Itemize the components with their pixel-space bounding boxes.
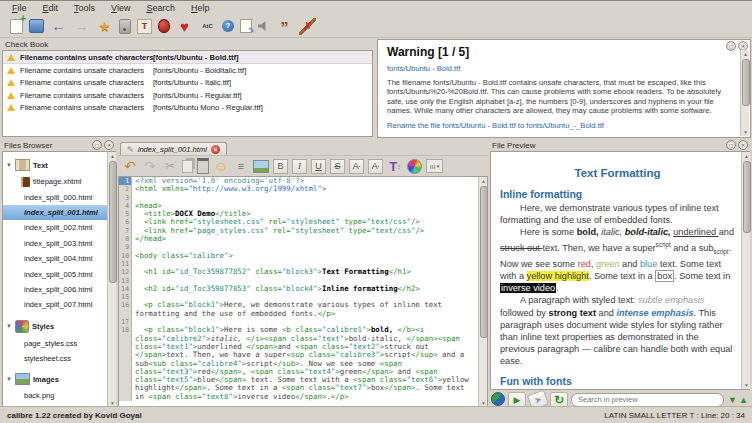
preview-content: Text FormattingInline formattingHere, we… <box>490 151 750 390</box>
smiley-icon[interactable]: ☺ <box>213 158 229 174</box>
undo-icon[interactable]: ↶ <box>122 158 138 174</box>
insert-tag-icon[interactable]: ≡ <box>233 158 249 174</box>
menu-edit[interactable]: Edit <box>35 3 67 13</box>
change-case-icon[interactable]: ııı <box>426 159 443 173</box>
tree-section-images[interactable]: ▼Images <box>3 366 115 388</box>
color-wheel-icon[interactable] <box>407 159 422 174</box>
speaker-icon[interactable] <box>258 20 270 32</box>
tree-item[interactable]: stylesheet.css <box>3 351 115 366</box>
menu-file[interactable]: File <box>4 3 35 13</box>
check-book-bug-icon[interactable] <box>158 19 170 33</box>
float-panel-icon[interactable] <box>92 140 102 150</box>
check-book-row[interactable]: Filename contains unsafe characters[font… <box>3 102 372 114</box>
find-prev-up-icon[interactable]: ▲ <box>738 394 749 406</box>
disclosure-icon[interactable]: ▼ <box>6 323 12 329</box>
menu-help[interactable]: Help <box>183 3 218 13</box>
check-book-row[interactable]: Filename contains unsafe characters[font… <box>3 89 372 101</box>
preview-h2: Inline formatting <box>500 188 735 200</box>
scroll-down-icon[interactable]: ▼ <box>742 381 751 389</box>
files-browser-scrollbar[interactable]: ▲ ▼ <box>107 152 116 407</box>
wand-icon[interactable]: ★ <box>96 18 113 35</box>
tree-section-styles[interactable]: ▼Styles <box>3 313 115 336</box>
checkpoint-icon[interactable] <box>119 19 131 34</box>
smarten-punctuation-icon[interactable]: ” <box>276 15 293 38</box>
back-icon[interactable]: ← <box>50 18 67 35</box>
tab-close-icon[interactable]: ✕ <box>211 145 220 154</box>
editor-tab-bar: ✎ index_split_001.html ✕ <box>118 139 488 155</box>
code-line: 10<body class="calibre"> <box>119 252 487 260</box>
tree-item[interactable]: index_split_006.html <box>3 282 115 297</box>
file-name: page_styles.css <box>24 339 77 348</box>
clean-broom-icon[interactable]: ✗ <box>299 18 316 35</box>
warning-scrollbar[interactable]: ▲ ▼ <box>740 50 749 136</box>
check-book-row[interactable]: Filename contains unsafe characters[font… <box>3 64 372 76</box>
forward-icon[interactable]: → <box>73 18 90 35</box>
arrange-files-icon[interactable] <box>240 19 252 33</box>
insert-image-icon[interactable] <box>253 160 269 173</box>
donate-heart-icon[interactable]: ♥ <box>176 18 193 35</box>
scroll-up-icon[interactable]: ▲ <box>742 152 751 160</box>
warning-rename-link[interactable]: Rename the file fonts/Ubuntu - Bold.ttf … <box>387 121 740 130</box>
bold-icon[interactable]: B <box>273 159 288 174</box>
font-size-icon[interactable]: T <box>387 158 403 174</box>
tree-item[interactable]: index_split_001.html <box>3 205 115 220</box>
tree-item[interactable]: index_split_004.html <box>3 251 115 266</box>
close-panel-icon[interactable] <box>738 140 748 150</box>
preview-scrollbar[interactable]: ▲ ▼ <box>741 152 750 389</box>
underline-icon[interactable]: U <box>311 159 326 174</box>
copy-icon[interactable] <box>182 160 193 173</box>
check-book-row[interactable]: Filename contains unsafe characters[font… <box>3 51 372 64</box>
find-next-down-icon[interactable]: ▼ <box>727 394 738 406</box>
warning-file-link[interactable]: fonts/Ubuntu - Bold.ttf <box>387 64 740 73</box>
paste-icon[interactable] <box>197 158 209 174</box>
italic-icon[interactable]: I <box>292 159 307 174</box>
tree-section-text[interactable]: ▼Text <box>3 152 115 174</box>
font-icon[interactable]: T <box>137 19 152 34</box>
tree-item[interactable]: index_split_005.html <box>3 266 115 281</box>
tree-item[interactable]: index_split_000.html <box>3 189 115 204</box>
disclosure-icon[interactable]: ▼ <box>6 162 12 168</box>
file-preview-title: File Preview <box>492 141 536 150</box>
check-file: [fonts/Ubuntu - Italic.ttf] <box>153 78 231 87</box>
float-panel-icon[interactable] <box>726 41 736 51</box>
menu-view[interactable]: View <box>103 3 138 13</box>
check-message: Filename contains unsafe characters <box>20 78 148 87</box>
scroll-up-icon[interactable]: ▲ <box>108 152 117 160</box>
tree-item[interactable]: page_styles.css <box>3 336 115 351</box>
refresh-world-icon[interactable] <box>491 392 505 406</box>
check-book-row[interactable]: Filename contains unsafe characters[font… <box>3 77 372 89</box>
line-number: 4 <box>119 202 132 210</box>
spellcheck-icon[interactable]: AtC <box>199 18 216 35</box>
tree-item[interactable]: titlepage.xhtml <box>3 174 115 189</box>
code-area[interactable]: 1<?xml version='1.0' encoding='utf-8'?>2… <box>118 176 488 408</box>
strikethrough-icon[interactable]: S <box>330 159 345 174</box>
tree-item[interactable]: index_split_002.html <box>3 220 115 235</box>
tree-section-label: Images <box>33 375 59 384</box>
scroll-up-icon[interactable]: ▲ <box>741 50 750 58</box>
close-panel-icon[interactable] <box>104 140 114 150</box>
tree-item[interactable]: index_split_003.html <box>3 236 115 251</box>
superscript-icon[interactable]: A <box>349 159 364 174</box>
warning-icon <box>7 92 15 99</box>
menu-tools[interactable]: Tools <box>66 3 103 13</box>
tree-item[interactable]: index_split_007.html <box>3 297 115 312</box>
help-icon[interactable]: ? <box>222 20 234 32</box>
disclosure-icon[interactable]: ▼ <box>6 376 12 382</box>
editor-scrollbar[interactable]: ▲ ▼ <box>478 177 487 407</box>
scroll-up-icon[interactable]: ▲ <box>479 177 488 185</box>
float-panel-icon[interactable] <box>726 140 736 150</box>
tree-item[interactable]: back.png <box>3 388 115 403</box>
warning-panel: Warning [1 / 5] fonts/Ubuntu - Bold.ttf … <box>377 39 751 138</box>
status-left-text: calibre 1.22 created by Kovid Goyal <box>7 411 142 420</box>
save-icon[interactable] <box>29 19 44 33</box>
menu-search[interactable]: Search <box>138 3 183 13</box>
subscript-icon[interactable]: A <box>368 159 383 174</box>
editor-tab[interactable]: ✎ index_split_001.html ✕ <box>120 142 227 155</box>
cut-icon[interactable]: ✂ <box>162 158 178 174</box>
redo-icon[interactable]: ↷ <box>142 158 158 174</box>
file-name: index_split_003.html <box>24 239 92 248</box>
scroll-down-icon[interactable]: ▼ <box>741 128 750 136</box>
code-line: 3 <box>119 194 487 202</box>
new-file-icon[interactable] <box>10 19 23 34</box>
preview-search-input[interactable] <box>571 393 724 407</box>
